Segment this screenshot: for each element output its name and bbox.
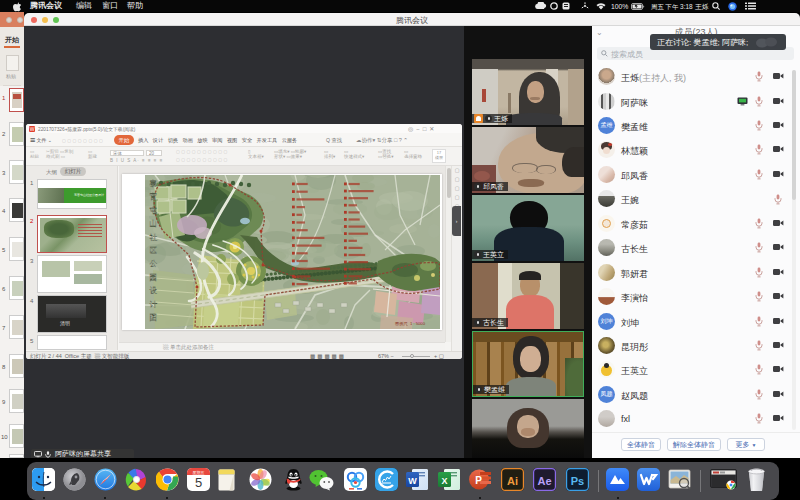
svg-text:5: 5 — [194, 475, 201, 490]
svg-text:官: 官 — [150, 192, 158, 201]
svg-text:屯: 屯 — [150, 206, 158, 215]
svg-text:Ae: Ae — [537, 475, 551, 487]
svg-text:X: X — [441, 476, 447, 486]
svg-text:寨: 寨 — [150, 179, 158, 188]
svg-text:社: 社 — [150, 233, 158, 242]
svg-text:计: 计 — [150, 300, 158, 309]
svg-text:区: 区 — [150, 246, 158, 255]
svg-text:Ps: Ps — [570, 475, 583, 487]
svg-text:图: 图 — [150, 313, 158, 322]
svg-text:W: W — [408, 476, 417, 486]
svg-text:Ai: Ai — [507, 475, 518, 487]
svg-text:设: 设 — [150, 286, 158, 295]
svg-text:公: 公 — [150, 259, 158, 268]
svg-text:园: 园 — [150, 273, 158, 282]
svg-text:山: 山 — [150, 219, 158, 228]
svg-text:P: P — [475, 475, 482, 486]
